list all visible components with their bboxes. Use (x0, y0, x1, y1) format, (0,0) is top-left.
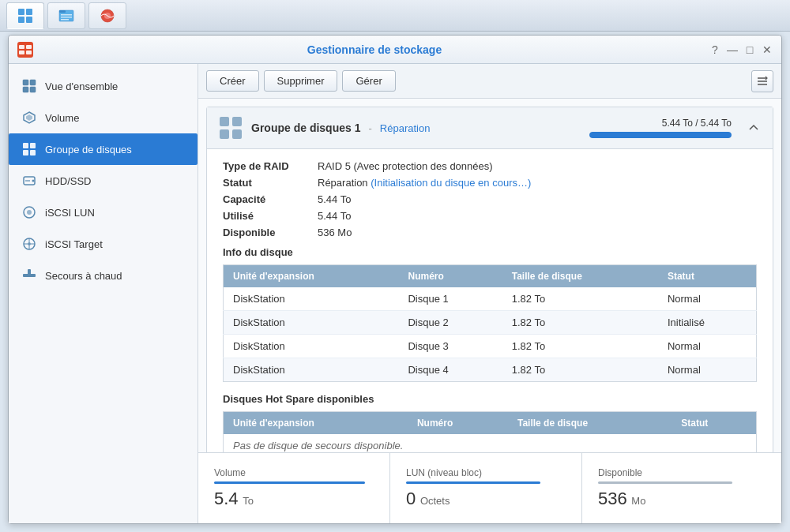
init-link[interactable]: (Initialisation du disque en cours…) (371, 177, 531, 189)
sort-button[interactable] (751, 70, 773, 92)
svg-rect-41 (232, 117, 242, 126)
disk-group-separator: - (368, 122, 371, 134)
hs-col-header-size: Taille de disque (508, 412, 672, 435)
hot-spare-empty-message: Pas de disque de secours disponible. (224, 434, 757, 452)
svg-rect-7 (61, 17, 72, 18)
sidebar-item-groupe-de-disques[interactable]: Groupe de disques (9, 133, 198, 165)
sidebar-item-iscsi-target[interactable]: iSCSI Target (9, 228, 198, 260)
sidebar-item-volume[interactable]: Volume (9, 102, 198, 133)
detail-row-utilise: Utilisé 5.44 To (223, 210, 757, 222)
svg-rect-18 (23, 87, 28, 92)
detail-row-raid: Type de RAID RAID 5 (Avec protection des… (223, 160, 757, 172)
taskbar-filemanager-icon[interactable] (47, 2, 85, 29)
svg-point-34 (28, 242, 31, 245)
disk-number-1: Disque 2 (398, 311, 502, 335)
overview-icon (21, 78, 37, 94)
disk-table-row: DiskStation Disque 2 1.82 To Initialisé (224, 311, 757, 335)
window-body: Vue d'ensemble Volume (9, 64, 781, 523)
taskbar-apps-icon[interactable] (6, 2, 44, 29)
raid-type-label: Type de RAID (223, 160, 318, 172)
disk-size-1: 1.82 To (502, 311, 658, 335)
utilise-value: 5.44 To (318, 210, 351, 222)
close-button[interactable]: ✕ (761, 43, 773, 56)
svg-rect-22 (23, 143, 28, 148)
footer-volume-value: 5.4 (214, 489, 239, 508)
help-button[interactable]: ? (709, 43, 721, 56)
collapse-button[interactable] (746, 120, 762, 136)
content-area: Groupe de disques 1 - Réparation 5.44 To… (198, 99, 781, 452)
raid-type-value: RAID 5 (Avec protection des données) (318, 160, 493, 172)
capacity-fill (589, 132, 732, 138)
hs-col-header-number: Numéro (408, 412, 508, 435)
disk-info-section-title: Info du disque (223, 246, 757, 258)
disk-group-card: Groupe de disques 1 - Réparation 5.44 To… (206, 107, 773, 452)
sidebar-item-label: Secours à chaud (45, 270, 122, 282)
capacite-label: Capacité (223, 193, 318, 205)
sidebar-item-iscsi-lun[interactable]: iSCSI LUN (9, 197, 198, 228)
svg-rect-1 (26, 9, 32, 15)
svg-rect-12 (19, 45, 24, 49)
disk-group-title: Groupe de disques 1 (251, 122, 360, 134)
disk-group-status[interactable]: Réparation (380, 122, 431, 134)
disk-unit-3: DiskStation (224, 358, 399, 382)
minimize-button[interactable]: — (726, 43, 739, 56)
disk-number-0: Disque 1 (398, 287, 502, 311)
toolbar-right (751, 70, 773, 92)
sidebar-item-vue-ensemble[interactable]: Vue d'ensemble (9, 70, 198, 102)
hot-spare-section: Disques Hot Spare disponibles Unité d'ex… (223, 393, 757, 452)
disk-number-2: Disque 3 (398, 335, 502, 358)
svg-rect-24 (23, 150, 28, 155)
iscsi-lun-icon (21, 204, 37, 220)
taskbar (0, 0, 790, 32)
utilise-label: Utilisé (223, 210, 318, 222)
svg-marker-21 (26, 114, 32, 121)
detail-row-capacite: Capacité 5.44 To (223, 193, 757, 205)
svg-rect-6 (61, 14, 72, 16)
footer-disponible-value: 536 (598, 489, 627, 508)
disk-group-header: Groupe de disques 1 - Réparation 5.44 To… (207, 107, 773, 149)
detail-row-statut: Statut Réparation (Initialisation du dis… (223, 177, 757, 189)
footer-disponible-label: Disponible (598, 467, 766, 478)
col-header-number: Numéro (398, 265, 502, 288)
storage-manager-window: Gestionnaire de stockage ? — □ ✕ Vue d' (8, 35, 782, 524)
taskbar-controlpanel-icon[interactable] (88, 2, 126, 29)
hot-spare-table: Unité d'expansion Numéro Taille de disqu… (223, 411, 757, 452)
disponible-value: 536 Mo (318, 227, 352, 238)
footer-lun-value-container: 0 Octets (406, 489, 574, 509)
manage-button[interactable]: Gérer (342, 70, 395, 92)
window-controls: ? — □ ✕ (709, 43, 773, 56)
disk-status-2: Normal (658, 335, 757, 358)
svg-rect-42 (220, 129, 229, 139)
disk-size-0: 1.82 To (502, 287, 658, 311)
sidebar-item-hdd-ssd[interactable]: HDD/SSD (9, 165, 198, 197)
sidebar-item-secours-a-chaud[interactable]: Secours à chaud (9, 260, 198, 291)
footer-volume-unit: To (243, 495, 254, 507)
hot-spare-section-title: Disques Hot Spare disponibles (223, 393, 757, 405)
col-header-status: Statut (658, 265, 757, 288)
svg-rect-8 (61, 19, 69, 21)
disk-group-details: Type de RAID RAID 5 (Avec protection des… (207, 149, 773, 452)
app-logo (17, 41, 34, 58)
sidebar-item-label: HDD/SSD (45, 175, 92, 187)
svg-rect-25 (30, 150, 36, 155)
delete-button[interactable]: Supprimer (264, 70, 338, 92)
svg-rect-19 (30, 87, 36, 92)
disk-unit-0: DiskStation (224, 287, 399, 311)
col-header-size: Taille de disque (502, 265, 658, 288)
col-header-unit: Unité d'expansion (224, 265, 399, 288)
maximize-button[interactable]: □ (743, 43, 756, 56)
capacite-value: 5.44 To (318, 193, 351, 205)
svg-rect-36 (23, 274, 36, 277)
footer-lun-unit: Octets (420, 495, 450, 507)
svg-rect-23 (30, 143, 36, 148)
hotspare-icon (21, 268, 37, 283)
sidebar-item-label: iSCSI Target (45, 238, 103, 250)
toolbar: Créer Supprimer Gérer (198, 64, 781, 99)
repair-link[interactable]: Réparation (318, 177, 368, 189)
disk-table-row: DiskStation Disque 3 1.82 To Normal (224, 335, 757, 358)
create-button[interactable]: Créer (206, 70, 259, 92)
diskgroup-icon (21, 141, 37, 157)
sidebar-item-label: Vue d'ensemble (45, 81, 118, 92)
svg-rect-14 (19, 51, 24, 54)
disk-size-2: 1.82 To (502, 335, 658, 358)
